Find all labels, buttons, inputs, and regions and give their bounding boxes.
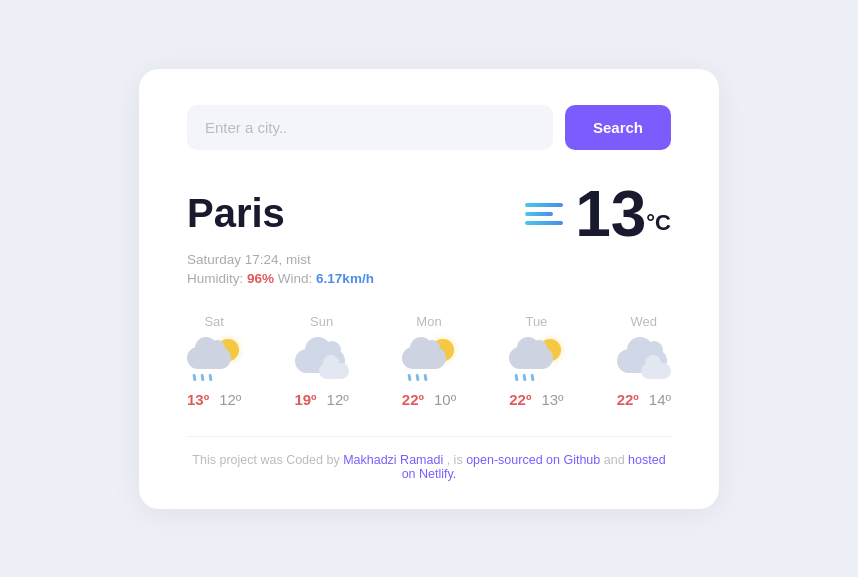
temps: 22º10º [402, 391, 456, 408]
wind-line-3 [525, 221, 563, 225]
rain-drops [193, 374, 212, 381]
temp-hi: 22º [509, 391, 531, 408]
temp-lo: 12º [327, 391, 349, 408]
drop-1 [407, 373, 411, 380]
weather-icon [187, 337, 241, 383]
temp-unit: °C [646, 209, 671, 234]
cloud-shape [509, 347, 553, 369]
search-row: Search [187, 105, 671, 150]
drop-3 [423, 373, 427, 380]
footer: This project was Coded by Makhadzi Ramad… [187, 436, 671, 481]
wind-label: Wind: [278, 271, 316, 286]
forecast-day: Sat 13º12º [187, 314, 241, 408]
drop-2 [523, 373, 527, 380]
weather-icon [295, 337, 349, 383]
rainy-sun-icon [187, 337, 241, 383]
cloudy-icon [295, 337, 349, 383]
rain-drops [408, 374, 427, 381]
forecast-day: Tue 22º13º [509, 314, 563, 408]
city-block: Paris [187, 191, 285, 236]
temps: 19º12º [294, 391, 348, 408]
date-time: Saturday 17:24, mist [187, 252, 671, 267]
temps: 22º13º [509, 391, 563, 408]
day-label: Mon [416, 314, 441, 329]
cloud-small [319, 363, 349, 379]
drop-1 [515, 373, 519, 380]
footer-text-before: This project was Coded by [192, 453, 339, 467]
cloudy-icon [617, 337, 671, 383]
temp-lo: 10º [434, 391, 456, 408]
wind-value: 6.17km/h [316, 271, 374, 286]
wind-icon [525, 203, 563, 225]
weather-main: Paris 13°C [187, 182, 671, 246]
city-search-input[interactable] [187, 105, 553, 150]
github-link[interactable]: open-sourced on Github [466, 453, 600, 467]
day-label: Sun [310, 314, 333, 329]
drop-3 [531, 373, 535, 380]
author-link[interactable]: Makhadzi Ramadi [343, 453, 443, 467]
forecast-day: Sun 19º12º [294, 314, 348, 408]
humidity-label: Humidity: [187, 271, 243, 286]
rainy-sun-icon [402, 337, 456, 383]
cloud-shape [187, 347, 231, 369]
wind-line-1 [525, 203, 563, 207]
drop-2 [201, 373, 205, 380]
drop-3 [209, 373, 213, 380]
temps: 22º14º [617, 391, 671, 408]
humidity-wind: Humidity: 96% Wind: 6.17km/h [187, 271, 671, 286]
temp-lo: 14º [649, 391, 671, 408]
temp-hi: 19º [294, 391, 316, 408]
rainy-sun-icon [509, 337, 563, 383]
temperature-display: 13°C [575, 182, 671, 246]
temps: 13º12º [187, 391, 241, 408]
temp-hi: 22º [617, 391, 639, 408]
forecast-day: Mon 22º10º [402, 314, 456, 408]
temp-value: 13 [575, 178, 646, 250]
weather-icon [617, 337, 671, 383]
weather-icon [402, 337, 456, 383]
temp-block: 13°C [525, 182, 671, 246]
humidity-value: 96% [247, 271, 274, 286]
drop-1 [193, 373, 197, 380]
forecast-row: Sat 13º12ºSun 19º12ºMon [187, 314, 671, 408]
city-name: Paris [187, 191, 285, 236]
search-button[interactable]: Search [565, 105, 671, 150]
weather-icon [509, 337, 563, 383]
cloud-shape [402, 347, 446, 369]
temp-lo: 12º [219, 391, 241, 408]
day-label: Wed [631, 314, 658, 329]
temp-hi: 13º [187, 391, 209, 408]
rain-drops [515, 374, 534, 381]
weather-card: Search Paris 13°C Saturday 17:24, mist H… [139, 69, 719, 509]
footer-text-between: , is [447, 453, 463, 467]
wind-line-2 [525, 212, 553, 216]
forecast-day: Wed 22º14º [617, 314, 671, 408]
day-label: Sat [204, 314, 224, 329]
day-label: Tue [525, 314, 547, 329]
temp-lo: 13º [541, 391, 563, 408]
temp-hi: 22º [402, 391, 424, 408]
drop-2 [415, 373, 419, 380]
cloud-small [641, 363, 671, 379]
